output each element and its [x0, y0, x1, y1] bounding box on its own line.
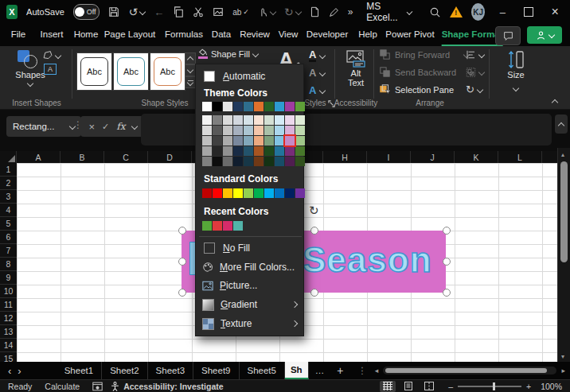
ribbon-tab-page-layout[interactable]: Page Layout [104, 24, 156, 45]
theme-variant-swatch-c3-r4[interactable] [233, 157, 243, 166]
recent-swatch-1[interactable] [213, 221, 222, 231]
menu-item-texture[interactable]: Texture [196, 316, 303, 332]
next-sheet-button[interactable]: › [18, 365, 21, 377]
row-header-4[interactable]: 4 [0, 204, 17, 217]
prev-sheet-button[interactable]: ‹ [8, 365, 11, 377]
standard-swatch-9[interactable] [295, 188, 305, 198]
hscroll-left-arrow[interactable]: ◂ [375, 367, 379, 375]
theme-variant-swatch-c3-r2[interactable] [233, 136, 243, 146]
ribbon-tab-insert[interactable]: Insert [41, 24, 64, 45]
status-calculate[interactable]: Calculate [45, 382, 80, 391]
theme-swatch-2[interactable] [223, 102, 232, 111]
selection-handle-3[interactable] [178, 258, 186, 266]
theme-swatch-6[interactable] [264, 102, 274, 111]
shape-style-tile-1[interactable]: Abc [76, 52, 112, 91]
text-box-button[interactable]: A [44, 64, 57, 75]
row-header-8[interactable]: 8 [0, 258, 17, 271]
shape-style-tile-3[interactable]: Abc [150, 52, 185, 91]
redo-button[interactable]: ↻ [284, 6, 301, 18]
selection-pane-button[interactable]: Selection Pane [380, 84, 454, 95]
avatar[interactable]: KJ [471, 3, 485, 21]
theme-variant-swatch-c6-r2[interactable] [264, 136, 274, 146]
selection-handle-7[interactable] [443, 289, 451, 297]
menu-item-picture[interactable]: Picture... [196, 278, 303, 293]
name-box[interactable]: Rectang... [6, 116, 81, 137]
theme-variant-swatch-c8-r4[interactable] [285, 157, 295, 166]
row-header-9[interactable]: 9 [0, 271, 17, 285]
theme-variant-swatch-c7-r4[interactable] [275, 157, 284, 166]
more-sheets-button[interactable]: … [315, 366, 325, 375]
ribbon-tab-shape-format[interactable]: Shape Format [442, 24, 503, 46]
sheet-tab-sheet2[interactable]: Sheet2 [102, 362, 147, 379]
undo-button[interactable]: ↺ [128, 6, 145, 18]
recent-swatch-3[interactable] [233, 221, 243, 231]
standard-swatch-4[interactable] [244, 188, 253, 198]
column-header-B[interactable]: B [61, 151, 104, 163]
gallery-up-button[interactable] [185, 52, 196, 64]
text-effects-button[interactable]: A [309, 84, 325, 96]
theme-variant-swatch-c6-r3[interactable] [264, 146, 274, 156]
theme-variant-swatch-c5-r3[interactable] [254, 146, 264, 156]
alt-text-button[interactable]: Alt Text [341, 49, 371, 87]
theme-variant-swatch-c1-r0[interactable] [213, 115, 222, 125]
row-header-1[interactable]: 1 [0, 163, 17, 177]
sheet-tab-active[interactable]: Sh [285, 362, 309, 379]
theme-variant-swatch-c4-r4[interactable] [244, 157, 253, 166]
gallery-more-button[interactable] [185, 76, 196, 88]
theme-swatch-0[interactable] [202, 102, 212, 111]
horizontal-scroll-thumb[interactable] [385, 368, 547, 373]
theme-variant-swatch-c8-r2[interactable] [285, 136, 295, 146]
shape-fill-button[interactable]: Shape Fill [198, 49, 258, 59]
theme-variant-swatch-c5-r4[interactable] [254, 157, 264, 166]
column-header-D[interactable]: D [148, 151, 192, 163]
share-button[interactable] [527, 26, 562, 44]
theme-variant-swatch-c1-r3[interactable] [213, 146, 222, 156]
standard-swatch-6[interactable] [264, 188, 274, 198]
theme-swatch-4[interactable] [244, 102, 253, 111]
vertical-scroll-thumb[interactable] [560, 161, 568, 262]
column-header-K[interactable]: K [455, 151, 498, 163]
column-header-A[interactable]: A [17, 151, 61, 163]
menu-item-automatic[interactable]: Automatic [196, 68, 303, 84]
scroll-up-arrow[interactable]: ▴ [561, 151, 564, 158]
rotate-button[interactable]: ↻ [466, 83, 482, 95]
menu-item-gradient[interactable]: Gradient [196, 297, 303, 312]
theme-variant-swatch-c4-r2[interactable] [244, 136, 253, 146]
column-header-L[interactable]: L [498, 151, 542, 163]
horizontal-scrollbar[interactable] [383, 367, 556, 375]
align-button[interactable] [466, 50, 484, 60]
standard-swatch-7[interactable] [275, 188, 284, 198]
menu-item-no-fill[interactable]: No Fill [196, 240, 303, 256]
zoom-out-button[interactable]: – [448, 382, 453, 391]
macro-record-icon[interactable] [92, 382, 103, 391]
zoom-slider-thumb[interactable] [493, 382, 495, 390]
theme-variant-swatch-c2-r4[interactable] [223, 157, 232, 166]
theme-variant-swatch-c5-r1[interactable] [254, 126, 264, 135]
row-header-13[interactable]: 13 [0, 325, 17, 339]
standard-swatch-0[interactable] [202, 188, 212, 198]
standard-swatch-2[interactable] [223, 188, 232, 198]
row-header-10[interactable]: 10 [0, 285, 17, 298]
expand-formula-bar-button[interactable] [555, 114, 568, 134]
column-header-I[interactable]: I [367, 151, 411, 163]
theme-variant-swatch-c6-r1[interactable] [264, 126, 274, 135]
cancel-button[interactable]: × [88, 121, 95, 133]
zoom-level[interactable]: 100% [541, 382, 562, 391]
theme-variant-swatch-c9-r0[interactable] [295, 115, 305, 125]
standard-swatch-5[interactable] [254, 188, 264, 198]
vertical-scrollbar[interactable]: ▴ ▾ [557, 148, 570, 362]
theme-variant-swatch-c0-r2[interactable] [202, 136, 212, 146]
page-break-view-button[interactable] [421, 381, 437, 392]
row-header-11[interactable]: 11 [0, 298, 17, 312]
text-outline-button[interactable]: A [309, 67, 325, 79]
cut-button[interactable] [193, 6, 204, 17]
add-sheet-button[interactable]: + [337, 364, 343, 377]
theme-variant-swatch-c1-r4[interactable] [213, 157, 222, 166]
theme-variant-swatch-c0-r1[interactable] [202, 126, 212, 135]
sheet-tab-sheet3[interactable]: Sheet3 [148, 362, 193, 379]
sheet-tab-sheet9[interactable]: Sheet9 [193, 362, 239, 379]
recent-swatch-2[interactable] [223, 221, 232, 231]
document-title[interactable]: MS Excel... [366, 1, 412, 23]
theme-variant-swatch-c2-r1[interactable] [223, 126, 232, 135]
theme-variant-swatch-c3-r0[interactable] [233, 115, 243, 125]
